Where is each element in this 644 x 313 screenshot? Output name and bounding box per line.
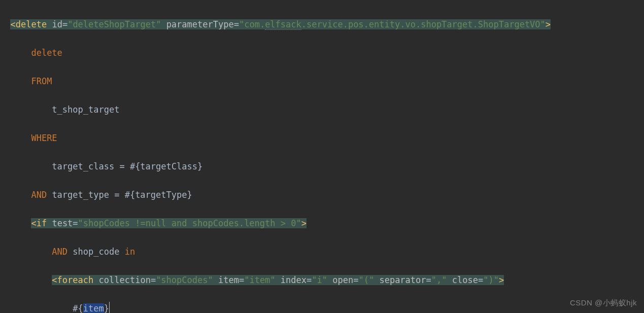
attr-separator: separator <box>379 275 426 285</box>
attr-test: test <box>52 218 73 228</box>
text-cursor <box>109 302 110 313</box>
attr-value: "(" <box>358 275 374 285</box>
attr-open: open <box>332 275 353 285</box>
attr-close: close <box>452 275 478 285</box>
code-line[interactable]: AND shop_code in <box>0 245 644 259</box>
tag-name-if: if <box>37 218 47 228</box>
equals-sign: = <box>73 218 78 228</box>
attr-value: "shopCodes" <box>156 275 213 285</box>
attr-index: index <box>281 275 307 285</box>
attr-id: id <box>52 19 62 29</box>
attr-value-test: "shopCodes !=null and shopCodes.length >… <box>78 218 301 228</box>
code-line[interactable]: WHERE <box>0 131 644 145</box>
code-line[interactable]: #{item} <box>0 301 644 313</box>
code-line[interactable]: <delete id="deleteShopTarget" parameterT… <box>0 17 644 31</box>
attr-item: item <box>218 275 239 285</box>
code-line[interactable]: delete <box>0 46 644 60</box>
code-line[interactable]: <foreach collection="shopCodes" item="it… <box>0 273 644 287</box>
tag-close-bracket: > <box>546 19 551 29</box>
sql-keyword-delete: delete <box>31 48 62 58</box>
code-line[interactable]: AND target_type = #{targetType} <box>0 188 644 202</box>
tag-name-delete: delete <box>16 19 47 29</box>
attr-value: "," <box>431 275 447 285</box>
code-line[interactable]: t_shop_target <box>0 102 644 117</box>
foreach-item-close: } <box>104 303 109 313</box>
attr-value: ")" <box>483 275 499 285</box>
attr-value-pt-pre: "com. <box>239 19 265 29</box>
tag-open-bracket: < <box>10 19 15 29</box>
sql-condition: target_class = <box>52 161 130 171</box>
sql-keyword-where: WHERE <box>31 133 57 143</box>
attr-parameterType: parameterType <box>166 19 234 29</box>
attr-value-id: "deleteShopTarget" <box>67 19 161 29</box>
sql-table-name: t_shop_target <box>52 105 119 115</box>
tag-close-bracket: > <box>301 218 307 228</box>
tag-open-bracket: < <box>52 275 57 285</box>
sql-param: #{targetClass} <box>130 161 202 171</box>
foreach-item-mid: item <box>83 303 104 313</box>
attr-value: "item" <box>244 275 275 285</box>
equals-sign: = <box>62 19 67 29</box>
sql-column: shop_code <box>67 247 125 257</box>
attr-value-pt-mid: elfsack <box>265 19 301 30</box>
attr-collection: collection <box>99 275 151 285</box>
sql-keyword-in: in <box>125 247 135 257</box>
tag-close-bracket: > <box>499 275 504 285</box>
sql-keyword-and: AND <box>52 247 67 257</box>
tag-name-foreach: foreach <box>57 275 94 285</box>
sql-keyword-from: FROM <box>31 76 52 86</box>
sql-keyword-and: AND <box>31 190 47 200</box>
code-line[interactable]: <if test="shopCodes !=null and shopCodes… <box>0 216 644 230</box>
code-editor[interactable]: <delete id="deleteShopTarget" parameterT… <box>0 0 644 313</box>
code-line[interactable]: FROM <box>0 74 644 88</box>
foreach-item-open: #{ <box>73 303 83 313</box>
attr-value-pt-post: .service.pos.entity.vo.shopTarget.ShopTa… <box>301 19 546 29</box>
code-line[interactable]: target_class = #{targetClass} <box>0 159 644 173</box>
equals-sign: = <box>234 19 239 29</box>
tag-open-bracket: < <box>31 218 36 228</box>
attr-value: "i" <box>312 275 327 285</box>
sql-condition: target_type = #{targetType} <box>47 190 192 200</box>
